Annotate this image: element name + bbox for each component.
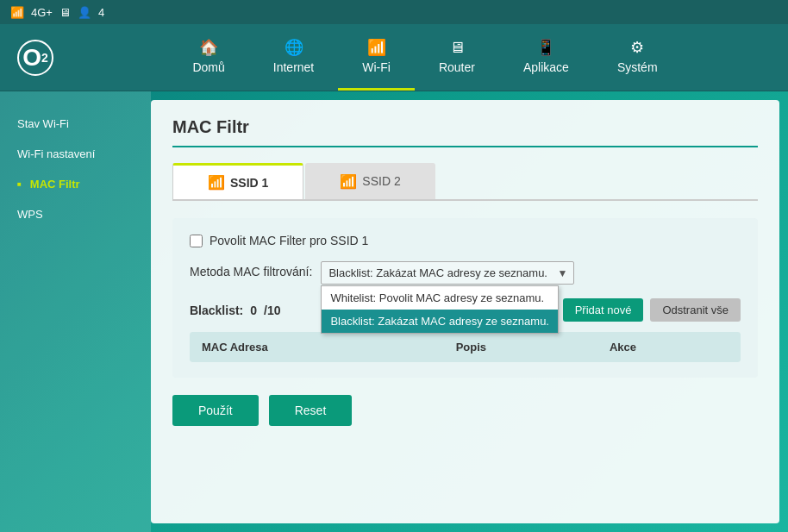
nav-wifi[interactable]: 📶 Wi-Fi [338, 24, 415, 91]
logo[interactable]: O2 [17, 40, 53, 76]
home-icon: 🏠 [199, 38, 218, 57]
internet-icon: 🌐 [285, 38, 303, 57]
page-title: MAC Filtr [172, 117, 758, 147]
table-header-row: MAC Adresa Popis Akce [190, 332, 741, 362]
blacklist-actions: Přidat nové Odstranit vše [563, 298, 741, 322]
bottom-actions: Použít Reset [172, 395, 758, 426]
mac-filter-section: Povolit MAC Filter pro SSID 1 Metoda MAC… [172, 218, 758, 378]
blacklist-label: Blacklist: [190, 304, 243, 317]
users-icon: 👤 [78, 6, 91, 19]
status-bar: 📶 4G+ 🖥 👤 4 [0, 0, 788, 24]
col-mac-address: MAC Adresa [190, 332, 444, 362]
sidebar-item-stav-wifi[interactable]: Stav Wi-Fi [0, 109, 151, 139]
col-akce: Akce [597, 332, 741, 362]
filter-method-select-wrapper: Whitelist: Povolit MAC adresy ze seznamu… [321, 261, 574, 285]
enable-mac-filter-label: Povolit MAC Filter pro SSID 1 [210, 234, 368, 247]
nav-internet[interactable]: 🌐 Internet [249, 24, 338, 91]
blacklist-info: Blacklist: 0 /10 [190, 304, 281, 317]
blacklist-count: 0 [250, 304, 257, 317]
main-layout: Stav Wi-Fi Wi-Fi nastavení MAC Filtr WPS… [0, 91, 788, 532]
sidebar-item-wps[interactable]: WPS [0, 199, 151, 229]
col-popis: Popis [444, 332, 597, 362]
enable-row: Povolit MAC Filter pro SSID 1 [190, 234, 741, 247]
sidebar-item-mac-filtr[interactable]: MAC Filtr [0, 169, 151, 199]
wifi-icon: 📶 [367, 38, 386, 57]
tab-ssid1[interactable]: 📶 SSID 1 [172, 163, 303, 199]
network-type: 4G+ [31, 6, 53, 19]
screen-icon: 🖥 [59, 6, 71, 19]
system-icon: ⚙ [630, 38, 644, 57]
dropdown-open: Whitelist: Povolit MAC adresy ze seznamu… [321, 285, 559, 334]
filter-method-row: Metoda MAC filtrování: Whitelist: Povoli… [190, 261, 741, 285]
app-icon: 📱 [536, 38, 555, 57]
main-nav: 🏠 Domů 🌐 Internet 📶 Wi-Fi 🖥 Router 📱 Apl… [79, 24, 771, 91]
mac-address-table: MAC Adresa Popis Akce [190, 332, 741, 362]
apply-button[interactable]: Použít [172, 395, 259, 426]
nav-aplikace[interactable]: 📱 Aplikace [499, 24, 593, 91]
filter-method-select[interactable]: Whitelist: Povolit MAC adresy ze seznamu… [321, 261, 574, 285]
add-new-button[interactable]: Přidat nové [563, 298, 644, 322]
content-area: MAC Filtr 📶 SSID 1 📶 SSID 2 Povolit MAC … [151, 100, 779, 523]
ssid2-wifi-icon: 📶 [340, 173, 357, 190]
sidebar: Stav Wi-Fi Wi-Fi nastavení MAC Filtr WPS [0, 91, 151, 532]
dropdown-option-whitelist[interactable]: Whitelist: Povolit MAC adresy ze seznamu… [322, 286, 558, 310]
dropdown-option-blacklist[interactable]: Blacklist: Zakázat MAC adresy ze seznamu… [322, 310, 558, 333]
sidebar-item-wifi-nastaveni[interactable]: Wi-Fi nastavení [0, 139, 151, 169]
nav-system[interactable]: ⚙ Systém [593, 24, 682, 91]
user-count: 4 [98, 6, 104, 19]
blacklist-max: /10 [264, 304, 280, 317]
nav-domu[interactable]: 🏠 Domů [168, 24, 248, 91]
signal-bars-icon: 📶 [10, 6, 24, 19]
nav-router[interactable]: 🖥 Router [415, 24, 499, 91]
tab-ssid2[interactable]: 📶 SSID 2 [305, 163, 435, 199]
enable-mac-filter-checkbox[interactable] [190, 235, 203, 247]
router-icon: 🖥 [449, 39, 465, 57]
ssid1-wifi-icon: 📶 [208, 174, 225, 191]
header: O2 🏠 Domů 🌐 Internet 📶 Wi-Fi 🖥 Router 📱 … [0, 24, 788, 91]
reset-button[interactable]: Reset [269, 395, 353, 426]
ssid-tabs: 📶 SSID 1 📶 SSID 2 [172, 163, 758, 201]
remove-all-button[interactable]: Odstranit vše [650, 298, 741, 322]
filter-method-label: Metoda MAC filtrování: [190, 261, 312, 279]
table-head: MAC Adresa Popis Akce [190, 332, 741, 362]
